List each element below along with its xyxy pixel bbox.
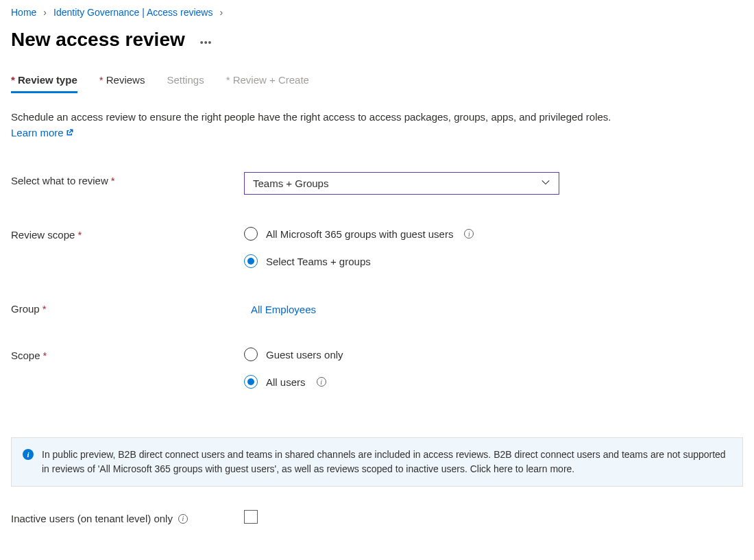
info-box-text: In public preview, B2B direct connect us…	[42, 448, 731, 476]
tab-review-create: * Review + Create	[226, 74, 309, 93]
required-asterisk: *	[77, 229, 82, 241]
radio-icon	[244, 227, 258, 241]
field-select-what-to-review: Select what to review * Teams + Groups	[11, 172, 743, 195]
dropdown-value: Teams + Groups	[253, 178, 328, 189]
breadcrumb-identity-governance[interactable]: Identity Governance | Access reviews	[53, 7, 212, 18]
intro-text: Schedule an access review to ensure the …	[11, 110, 738, 141]
required-asterisk: *	[226, 74, 230, 86]
title-row: New access review •••	[11, 29, 743, 51]
external-link-icon	[66, 125, 74, 141]
label-text: Scope	[11, 350, 40, 361]
radio-icon	[244, 348, 258, 361]
field-label: Review scope *	[11, 226, 244, 241]
required-asterisk: *	[42, 303, 47, 315]
page-title: New access review	[11, 29, 185, 51]
field-label: Group *	[11, 300, 244, 315]
tab-label: Review + Create	[233, 74, 309, 86]
tab-label: Reviews	[106, 74, 145, 86]
select-what-to-review-dropdown[interactable]: Teams + Groups	[244, 172, 559, 195]
learn-more-link[interactable]: Learn more	[11, 125, 74, 141]
label-text: Review scope	[11, 229, 75, 241]
tab-review-type[interactable]: * Review type	[11, 74, 77, 93]
label-text: Inactive users (on tenant level) only	[11, 513, 173, 524]
label-text: Group	[11, 303, 40, 315]
radio-guest-users-only[interactable]: Guest users only	[244, 347, 743, 362]
intro-body: Schedule an access review to ensure the …	[11, 111, 611, 123]
breadcrumb-home[interactable]: Home	[11, 7, 36, 18]
tab-label: Settings	[167, 74, 204, 86]
radio-label: Select Teams + groups	[266, 256, 371, 267]
radio-label: All users	[266, 376, 306, 388]
tab-reviews[interactable]: * Reviews	[99, 74, 145, 93]
tab-strip: * Review type * Reviews Settings * Revie…	[11, 74, 743, 93]
chevron-right-icon: ›	[219, 7, 223, 18]
field-inactive-users: Inactive users (on tenant level) only i	[11, 510, 743, 524]
breadcrumb: Home › Identity Governance | Access revi…	[11, 7, 743, 18]
radio-all-m365-groups[interactable]: All Microsoft 365 groups with guest user…	[244, 226, 743, 241]
field-review-scope: Review scope * All Microsoft 365 groups …	[11, 226, 743, 269]
tab-settings: Settings	[167, 74, 204, 93]
field-scope: Scope * Guest users only All users i	[11, 347, 743, 389]
required-asterisk: *	[111, 175, 115, 186]
preview-info-box[interactable]: i In public preview, B2B direct connect …	[11, 437, 743, 487]
field-label: Inactive users (on tenant level) only i	[11, 510, 244, 524]
tab-label: Review type	[18, 74, 77, 86]
radio-select-teams-groups[interactable]: Select Teams + groups	[244, 254, 743, 269]
label-text: Select what to review	[11, 175, 108, 186]
radio-label: Guest users only	[266, 349, 343, 361]
info-icon: i	[23, 449, 34, 460]
radio-icon	[244, 375, 258, 389]
inactive-users-checkbox[interactable]	[244, 510, 258, 524]
required-asterisk: *	[43, 350, 47, 361]
chevron-down-icon	[541, 178, 550, 189]
field-label: Select what to review *	[11, 172, 244, 186]
info-icon[interactable]: i	[464, 229, 474, 239]
radio-icon	[244, 254, 258, 268]
chevron-right-icon: ›	[43, 7, 47, 18]
group-link[interactable]: All Employees	[244, 300, 316, 315]
field-group: Group * All Employees	[11, 300, 743, 315]
more-actions-icon[interactable]: •••	[200, 32, 212, 48]
radio-label: All Microsoft 365 groups with guest user…	[266, 228, 453, 240]
field-label: Scope *	[11, 347, 244, 361]
required-asterisk: *	[99, 74, 104, 86]
learn-more-label: Learn more	[11, 125, 64, 141]
info-icon[interactable]: i	[317, 377, 326, 387]
required-asterisk: *	[11, 74, 15, 86]
info-icon[interactable]: i	[178, 514, 188, 524]
radio-all-users[interactable]: All users i	[244, 374, 743, 389]
